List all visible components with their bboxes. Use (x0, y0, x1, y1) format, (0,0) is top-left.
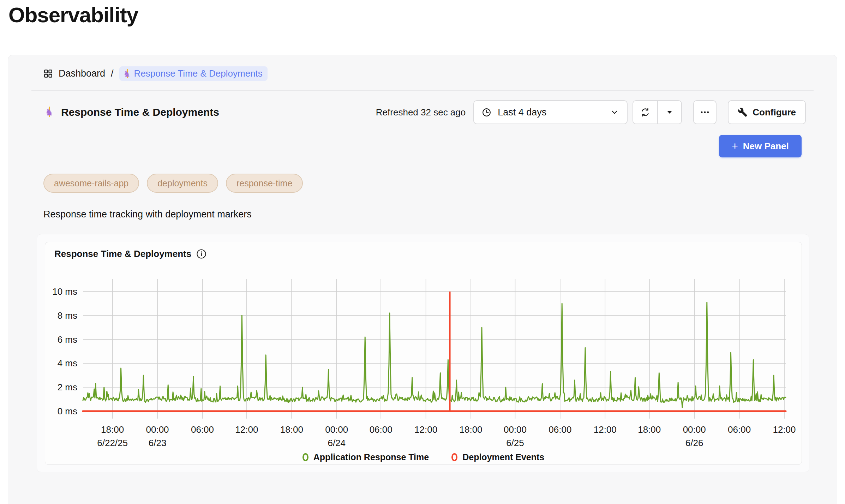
chart-panel: Response Time & Deployments 0 ms2 ms4 ms… (37, 234, 809, 472)
legend-ring-icon (451, 453, 457, 461)
dashboard-grid-icon (43, 69, 53, 78)
x-axis-time-label: 06:00 (191, 424, 214, 435)
legend-item[interactable]: Deployment Events (451, 452, 544, 462)
x-axis-time-label: 12:00 (414, 424, 437, 435)
configure-label: Configure (753, 107, 796, 118)
y-axis-label: 6 ms (58, 334, 77, 345)
legend-ring-icon (302, 453, 308, 461)
x-axis-time-label: 18:00 (638, 424, 661, 435)
tag-pill[interactable]: deployments (147, 174, 218, 193)
clock-icon (482, 108, 491, 117)
x-axis-time-label: 00:00 (146, 424, 169, 435)
x-axis-time-label: 18:00 (280, 424, 303, 435)
panel-title-group: ♞ Response Time & Deployments (43, 106, 219, 118)
breadcrumb-dashboard-link[interactable]: Dashboard (59, 68, 105, 79)
dashboard-title: Response Time & Deployments (61, 106, 219, 118)
ellipsis-icon (700, 107, 710, 117)
x-axis-time-label: 18:00 (101, 424, 124, 435)
x-axis-date-label: 6/25 (506, 438, 524, 448)
panel-header-row: ♞ Response Time & Deployments Refreshed … (43, 100, 806, 124)
y-axis-label: 0 ms (58, 406, 77, 416)
page-title: Observability (8, 3, 138, 27)
x-axis-time-label: 00:00 (325, 424, 348, 435)
dashboard-description: Response time tracking with deployment m… (43, 209, 252, 220)
legend-item[interactable]: Application Response Time (302, 452, 429, 462)
x-axis-time-label: 18:00 (459, 424, 482, 435)
chart-svg[interactable]: 0 ms2 ms4 ms6 ms8 ms10 ms18:006/22/2500:… (45, 242, 802, 465)
chart-legend: Application Response TimeDeployment Even… (45, 452, 802, 462)
tag-pill[interactable]: awesome-rails-app (43, 174, 139, 193)
x-axis-date-label: 6/22/25 (97, 438, 128, 448)
response-time-series-line (83, 302, 786, 408)
carousel-horse-icon: ♞ (43, 107, 55, 118)
x-axis-time-label: 12:00 (235, 424, 258, 435)
header-controls: Refreshed 32 sec ago Last 4 days (376, 100, 806, 124)
legend-label: Deployment Events (462, 452, 544, 462)
chevron-down-icon (610, 108, 619, 117)
y-axis-label: 8 ms (58, 310, 77, 321)
new-panel-row: + New Panel (719, 135, 802, 157)
x-axis-date-label: 6/24 (328, 438, 346, 448)
carousel-horse-icon: ♞ (122, 69, 132, 79)
x-axis-time-label: 00:00 (504, 424, 527, 435)
new-panel-label: New Panel (743, 141, 789, 152)
x-axis-time-label: 12:00 (773, 424, 796, 435)
breadcrumb: Dashboard / ♞ Response Time & Deployment… (43, 66, 268, 81)
tag-pill[interactable]: response-time (226, 174, 303, 193)
carousel-horse-glyph: ♞ (43, 107, 55, 118)
x-axis-time-label: 06:00 (549, 424, 571, 435)
x-axis-date-label: 6/23 (149, 438, 167, 448)
breadcrumb-current-chip[interactable]: ♞ Response Time & Deployments (119, 66, 268, 81)
refresh-split-button (633, 100, 682, 124)
refresh-options-button[interactable] (657, 101, 681, 124)
more-options-button[interactable] (693, 100, 717, 124)
caret-down-icon (665, 108, 674, 116)
chart-card: Response Time & Deployments 0 ms2 ms4 ms… (45, 242, 802, 465)
time-range-value: Last 4 days (498, 107, 546, 118)
x-axis-date-label: 6/26 (685, 438, 703, 448)
breadcrumb-current-label: Response Time & Deployments (134, 68, 263, 79)
carousel-horse-glyph: ♞ (122, 69, 132, 79)
breadcrumb-separator: / (111, 68, 114, 79)
time-range-dropdown[interactable]: Last 4 days (473, 100, 628, 124)
refresh-icon (640, 107, 650, 117)
x-axis-time-label: 06:00 (728, 424, 751, 435)
x-axis-time-label: 06:00 (370, 424, 392, 435)
y-axis-label: 2 ms (58, 382, 77, 392)
y-axis-label: 10 ms (52, 286, 77, 297)
refresh-button[interactable] (633, 101, 657, 124)
legend-label: Application Response Time (313, 452, 429, 462)
new-panel-button[interactable]: + New Panel (719, 135, 802, 157)
tags-row: awesome-rails-appdeploymentsresponse-tim… (43, 174, 303, 193)
y-axis-label: 4 ms (58, 358, 77, 368)
dashboard-card: Dashboard / ♞ Response Time & Deployment… (8, 55, 837, 504)
plus-icon: + (732, 141, 738, 151)
wrench-icon (738, 107, 748, 117)
x-axis-time-label: 00:00 (683, 424, 706, 435)
x-axis-time-label: 12:00 (594, 424, 617, 435)
header-divider (31, 90, 814, 91)
refreshed-status: Refreshed 32 sec ago (376, 107, 466, 118)
configure-button[interactable]: Configure (728, 100, 806, 124)
